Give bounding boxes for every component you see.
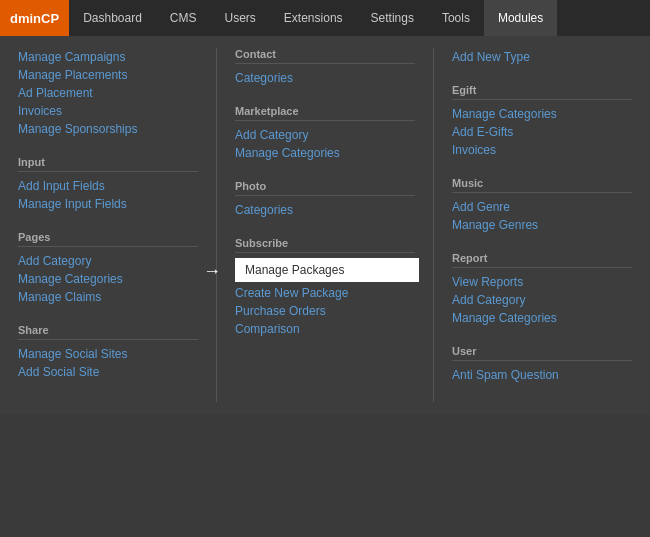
menu-item-egift-invoices[interactable]: Invoices (452, 141, 632, 159)
section-marketplace: Marketplace Add Category Manage Categori… (235, 105, 415, 162)
section-header-photo: Photo (235, 180, 415, 196)
menu-item-ad-placement[interactable]: Ad Placement (18, 84, 198, 102)
section-egift: Egift Manage Categories Add E-Gifts Invo… (452, 84, 632, 159)
tab-users[interactable]: Users (211, 0, 270, 36)
menu-item-marketplace-add-category[interactable]: Add Category (235, 126, 415, 144)
menu-item-photo-categories[interactable]: Categories (235, 201, 415, 219)
menu-column-1: Manage Campaigns Manage Placements Ad Pl… (0, 48, 217, 402)
tab-tools[interactable]: Tools (428, 0, 484, 36)
menu-item-manage-claims[interactable]: Manage Claims (18, 288, 198, 306)
logo-text: dminCP (10, 11, 59, 26)
menu-item-add-input-fields[interactable]: Add Input Fields (18, 177, 198, 195)
menu-item-comparison[interactable]: Comparison (235, 320, 415, 338)
section-input: Input Add Input Fields Manage Input Fiel… (18, 156, 198, 213)
menu-item-create-new-package[interactable]: Create New Package (235, 284, 415, 302)
menu-item-report-add-category[interactable]: Add Category (452, 291, 632, 309)
menu-item-add-new-type[interactable]: Add New Type (452, 48, 632, 66)
section-music: Music Add Genre Manage Genres (452, 177, 632, 234)
content-area (0, 414, 650, 514)
menu-column-2: Contact Categories Marketplace Add Categ… (217, 48, 434, 402)
top-bar: dminCP Dashboard CMS Users Extensions Se… (0, 0, 650, 36)
section-header-input: Input (18, 156, 198, 172)
section-header-user: User (452, 345, 632, 361)
menu-item-purchase-orders[interactable]: Purchase Orders (235, 302, 415, 320)
menu-item-manage-genres[interactable]: Manage Genres (452, 216, 632, 234)
logo: dminCP (0, 0, 69, 36)
section-header-share: Share (18, 324, 198, 340)
menu-item-pages-manage-categories[interactable]: Manage Categories (18, 270, 198, 288)
menu-item-marketplace-manage-categories[interactable]: Manage Categories (235, 144, 415, 162)
menu-item-egift-manage-categories[interactable]: Manage Categories (452, 105, 632, 123)
section-header-music: Music (452, 177, 632, 193)
section-top-unlabeled: Add New Type (452, 48, 632, 66)
section-report: Report View Reports Add Category Manage … (452, 252, 632, 327)
nav-tabs: Dashboard CMS Users Extensions Settings … (69, 0, 650, 36)
section-header-report: Report (452, 252, 632, 268)
section-photo: Photo Categories (235, 180, 415, 219)
section-ads: Manage Campaigns Manage Placements Ad Pl… (18, 48, 198, 138)
tab-extensions[interactable]: Extensions (270, 0, 357, 36)
menu-item-manage-packages[interactable]: Manage Packages (235, 258, 419, 282)
arrow-icon: → (203, 261, 221, 282)
menu-item-add-social-site[interactable]: Add Social Site (18, 363, 198, 381)
menu-item-manage-sponsorships[interactable]: Manage Sponsorships (18, 120, 198, 138)
section-share: Share Manage Social Sites Add Social Sit… (18, 324, 198, 381)
section-pages: Pages Add Category Manage Categories Man… (18, 231, 198, 306)
tab-dashboard[interactable]: Dashboard (69, 0, 156, 36)
section-header-marketplace: Marketplace (235, 105, 415, 121)
menu-item-view-reports[interactable]: View Reports (452, 273, 632, 291)
mega-menu: Manage Campaigns Manage Placements Ad Pl… (0, 36, 650, 414)
menu-item-anti-spam-question[interactable]: Anti Spam Question (452, 366, 632, 384)
menu-item-manage-input-fields[interactable]: Manage Input Fields (18, 195, 198, 213)
section-header-subscribe: Subscribe (235, 237, 415, 253)
menu-item-pages-add-category[interactable]: Add Category (18, 252, 198, 270)
menu-item-add-genre[interactable]: Add Genre (452, 198, 632, 216)
arrow-container: → Manage Packages (235, 258, 415, 282)
tab-settings[interactable]: Settings (357, 0, 428, 36)
section-contact: Contact Categories (235, 48, 415, 87)
menu-item-report-manage-categories[interactable]: Manage Categories (452, 309, 632, 327)
section-user: User Anti Spam Question (452, 345, 632, 384)
menu-item-contact-categories[interactable]: Categories (235, 69, 415, 87)
menu-item-manage-placements[interactable]: Manage Placements (18, 66, 198, 84)
menu-column-3: Add New Type Egift Manage Categories Add… (434, 48, 650, 402)
section-header-pages: Pages (18, 231, 198, 247)
menu-item-add-e-gifts[interactable]: Add E-Gifts (452, 123, 632, 141)
section-header-egift: Egift (452, 84, 632, 100)
menu-item-manage-social-sites[interactable]: Manage Social Sites (18, 345, 198, 363)
tab-cms[interactable]: CMS (156, 0, 211, 36)
section-subscribe: Subscribe → Manage Packages Create New P… (235, 237, 415, 338)
menu-item-manage-campaigns[interactable]: Manage Campaigns (18, 48, 198, 66)
section-header-contact: Contact (235, 48, 415, 64)
tab-modules[interactable]: Modules (484, 0, 557, 36)
menu-item-invoices-ads[interactable]: Invoices (18, 102, 198, 120)
